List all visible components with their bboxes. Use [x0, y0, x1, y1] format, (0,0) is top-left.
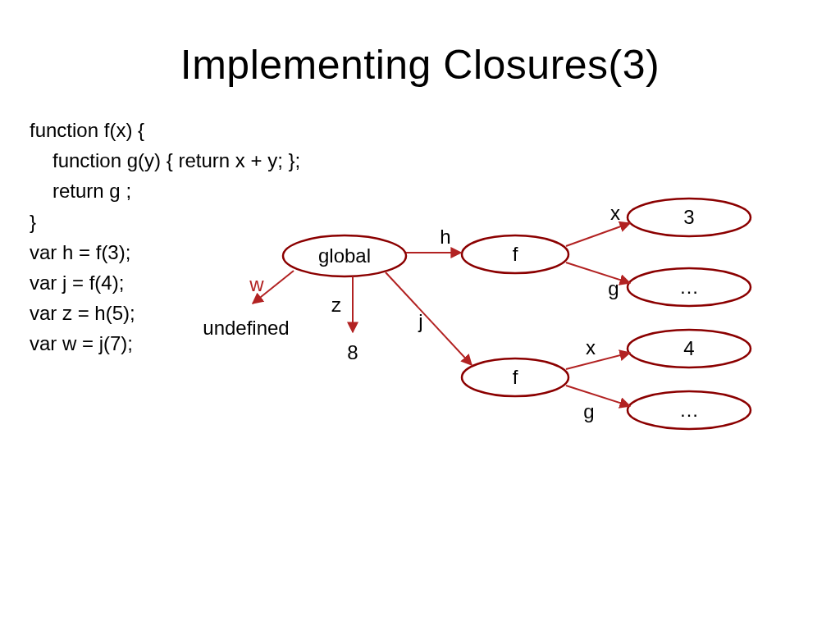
- node-f-upper: f: [462, 235, 568, 273]
- svg-text:…: …: [679, 399, 699, 421]
- edge-label-j: j: [418, 310, 422, 332]
- edge-label-x-lower: x: [586, 336, 596, 358]
- code-line: var j = f(4);: [30, 267, 300, 298]
- leaf-8: 8: [347, 341, 358, 363]
- edge-label-x-upper: x: [610, 202, 620, 224]
- slide: Implementing Closures(3) function f(x) {…: [0, 0, 840, 630]
- edge-label-g-upper: g: [608, 277, 619, 299]
- node-global: global: [283, 235, 406, 276]
- svg-point-10: [628, 330, 751, 368]
- svg-text:…: …: [679, 276, 699, 298]
- svg-text:3: 3: [683, 206, 694, 228]
- code-line: var w = j(7);: [30, 328, 300, 358]
- code-line: var z = h(5);: [30, 298, 300, 328]
- page-title: Implementing Closures(3): [0, 41, 840, 89]
- edge-x-lower: [566, 353, 630, 369]
- svg-point-0: [283, 235, 406, 276]
- svg-point-12: [628, 391, 751, 429]
- node-f-lower: f: [462, 358, 568, 396]
- svg-text:4: 4: [683, 337, 694, 359]
- svg-point-8: [628, 268, 751, 306]
- edge-label-h: h: [440, 226, 450, 248]
- node-ellipsis-lower: …: [628, 391, 751, 429]
- svg-point-6: [628, 199, 751, 236]
- edge-j: [386, 272, 472, 365]
- edge-label-z: z: [331, 294, 341, 316]
- node-4: 4: [628, 330, 751, 368]
- code-line: var h = f(3);: [30, 237, 300, 267]
- code-line: function g(y) { return x + y; };: [30, 145, 300, 176]
- edge-g-lower: [566, 386, 630, 406]
- node-3: 3: [628, 199, 751, 236]
- code-block: function f(x) { function g(y) { return x…: [30, 115, 300, 359]
- node-ellipsis-upper: …: [628, 268, 751, 306]
- svg-text:f: f: [513, 366, 518, 388]
- edge-g-upper: [566, 262, 630, 283]
- svg-point-2: [462, 235, 568, 273]
- edge-x-upper: [566, 223, 630, 246]
- code-line: return g ;: [30, 176, 131, 206]
- code-line: function f(x) {: [30, 115, 300, 145]
- svg-text:global: global: [318, 244, 371, 267]
- svg-point-4: [462, 358, 568, 396]
- code-line: }: [30, 207, 300, 237]
- svg-text:f: f: [513, 243, 518, 265]
- edge-label-g-lower: g: [583, 400, 594, 422]
